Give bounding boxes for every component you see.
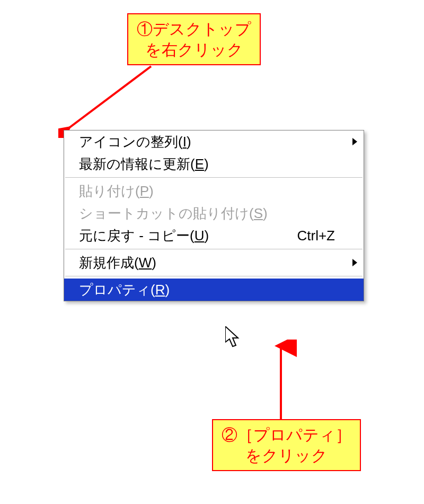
callout-step2-line1: ②［プロパティ］ [222,426,351,444]
submenu-arrow-icon [352,138,357,145]
menu-item-undo[interactable]: 元に戻す - コピー(U) Ctrl+Z [64,224,364,247]
callout-step1-line1: ①デスクトップ [137,20,251,38]
menu-label-new: 新規作成(W) [79,254,356,272]
menu-label-paste: 貼り付け(P) [79,182,356,201]
menu-separator [65,177,363,178]
menu-separator [65,276,363,276]
menu-separator [65,249,363,249]
callout-step2-line2: をクリック [245,447,328,464]
arrow-step2 [265,340,297,424]
menu-item-refresh[interactable]: 最新の情報に更新(E) [64,153,364,175]
menu-item-paste-shortcut: ショートカットの貼り付け(S) [64,202,364,224]
menu-shortcut-undo: Ctrl+Z [297,228,357,244]
menu-item-new[interactable]: 新規作成(W) [64,251,364,274]
menu-item-paste: 貼り付け(P) [64,180,364,202]
menu-item-properties[interactable]: プロパティ(R) [64,279,364,301]
menu-label-arrange-icons: アイコンの整列(I) [79,133,356,151]
callout-step1-line2: を右クリック [145,41,243,58]
menu-label-paste-shortcut: ショートカットの貼り付け(S) [79,204,356,223]
submenu-arrow-icon [352,259,357,266]
callout-step1: ①デスクトップ を右クリック [127,13,261,65]
desktop-context-menu: アイコンの整列(I) 最新の情報に更新(E) 貼り付け(P) ショートカットの貼… [64,130,364,301]
menu-label-undo: 元に戻す - コピー(U) [79,227,297,245]
cursor-pointer-icon [225,326,243,349]
callout-step2: ②［プロパティ］ をクリック [212,419,361,471]
arrow-step1 [58,64,159,138]
svg-line-0 [66,66,151,130]
menu-label-properties: プロパティ(R) [79,281,356,299]
menu-label-refresh: 最新の情報に更新(E) [79,155,356,173]
menu-item-arrange-icons[interactable]: アイコンの整列(I) [64,131,364,153]
